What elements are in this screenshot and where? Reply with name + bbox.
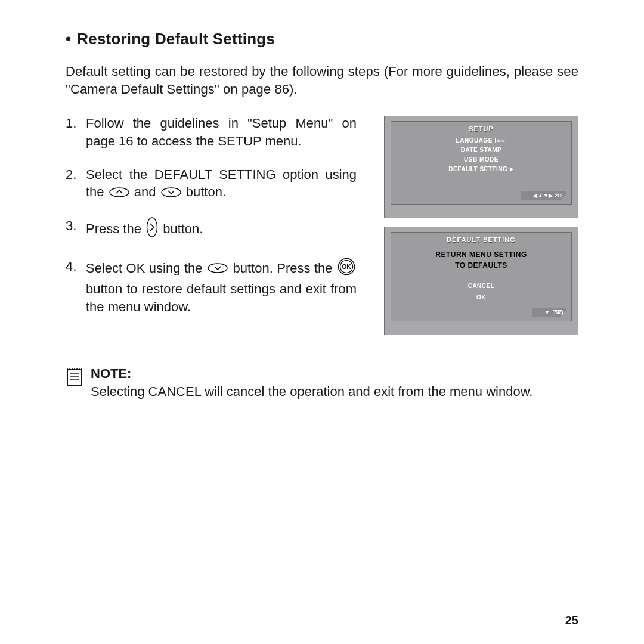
svg-point-2 xyxy=(147,218,157,237)
ok-chip-icon: OK xyxy=(553,310,564,315)
svg-point-1 xyxy=(162,188,181,197)
down-triangle-icon: ▼ xyxy=(544,309,550,315)
screen1-item-language: LANGUAGE abc xyxy=(396,137,566,144)
svg-point-0 xyxy=(110,188,129,197)
notepad-icon xyxy=(66,366,83,391)
section-heading: • Restoring Default Settings xyxy=(66,30,578,48)
heading-text: Restoring Default Settings xyxy=(77,30,275,48)
screen1-item-datestamp: DATE STAMP xyxy=(396,147,566,153)
step-3-text-b: button. xyxy=(163,221,203,236)
screen2-options: CANCEL OK xyxy=(396,280,566,303)
svg-rect-7 xyxy=(67,370,82,385)
camera-screen-confirm: DEFAULT SETTING RETURN MENU SETTING TO D… xyxy=(384,227,578,335)
page-number: 25 xyxy=(565,614,578,627)
screen2-cancel: CANCEL xyxy=(396,280,566,292)
step-list: Follow the guidelines in "Setup Menu" on… xyxy=(66,114,357,331)
step-2: Select the DEFAULT SETTING option using … xyxy=(66,166,357,202)
abc-icon: abc xyxy=(495,138,507,143)
content-row: Follow the guidelines in "Setup Menu" on… xyxy=(66,114,578,335)
camera-screen-setup: SETUP LANGUAGE abc DATE STAMP USB MODE D… xyxy=(384,116,578,218)
step-3-text-a: Press the xyxy=(86,221,145,236)
camera-screens: SETUP LANGUAGE abc DATE STAMP USB MODE D… xyxy=(384,114,578,335)
note-block: NOTE: Selecting CANCEL will cancel the o… xyxy=(66,365,578,400)
svg-text:OK: OK xyxy=(342,264,352,270)
ok-button-icon: OK xyxy=(338,258,355,280)
up-button-icon xyxy=(109,184,129,202)
step-1: Follow the guidelines in "Setup Menu" on… xyxy=(66,114,357,150)
step-3: Press the button. xyxy=(66,217,357,242)
screen1-title: SETUP xyxy=(396,125,566,132)
down-button-icon xyxy=(161,184,181,202)
screen1-item-default: DEFAULT SETTING ▶ xyxy=(396,166,566,172)
svg-point-3 xyxy=(208,264,227,273)
screen2-ok: OK xyxy=(396,292,566,303)
step-2-text-b: and xyxy=(134,184,160,199)
step-4-text-b: button. Press the xyxy=(233,261,336,275)
intro-paragraph: Default setting can be restored by the f… xyxy=(66,63,578,98)
screen2-footer: ▼ OK xyxy=(532,308,566,317)
down-button-icon xyxy=(208,260,228,278)
screen1-footer: ◀▲▼▶ 2/2 xyxy=(521,191,566,200)
heading-bullet-icon: • xyxy=(66,30,71,48)
right-button-icon xyxy=(146,217,158,242)
screen2-confirm-text: RETURN MENU SETTING TO DEFAULTS xyxy=(396,249,566,271)
note-body: NOTE: Selecting CANCEL will cancel the o… xyxy=(91,365,578,400)
nav-arrows-icon: ◀▲▼▶ xyxy=(533,193,553,199)
screen2-title: DEFAULT SETTING xyxy=(396,236,566,243)
screen1-page-indicator: 2/2 xyxy=(555,193,563,199)
step-4: Select OK using the button. Press the OK… xyxy=(66,258,357,315)
step-4-text-a: Select OK using the xyxy=(86,261,206,275)
note-text: Selecting CANCEL will cancel the operati… xyxy=(91,384,532,399)
right-triangle-icon: ▶ xyxy=(510,166,514,172)
step-1-text: Follow the guidelines in "Setup Menu" on… xyxy=(86,116,357,148)
note-label: NOTE: xyxy=(91,366,131,381)
screen1-item-usbmode: USB MODE xyxy=(396,156,566,163)
step-2-text-c: button. xyxy=(186,184,226,199)
step-4-text-c: button to restore default settings and e… xyxy=(86,281,357,314)
